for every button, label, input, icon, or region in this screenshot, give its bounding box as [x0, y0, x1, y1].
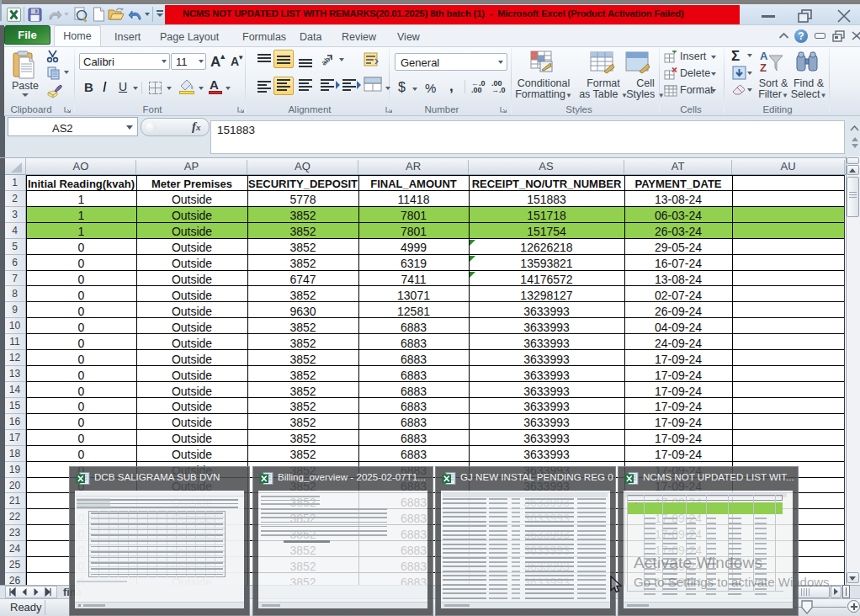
svg-text:Z: Z	[760, 61, 767, 74]
svg-text:A: A	[760, 50, 768, 62]
svg-text:ab: ab	[321, 56, 332, 67]
